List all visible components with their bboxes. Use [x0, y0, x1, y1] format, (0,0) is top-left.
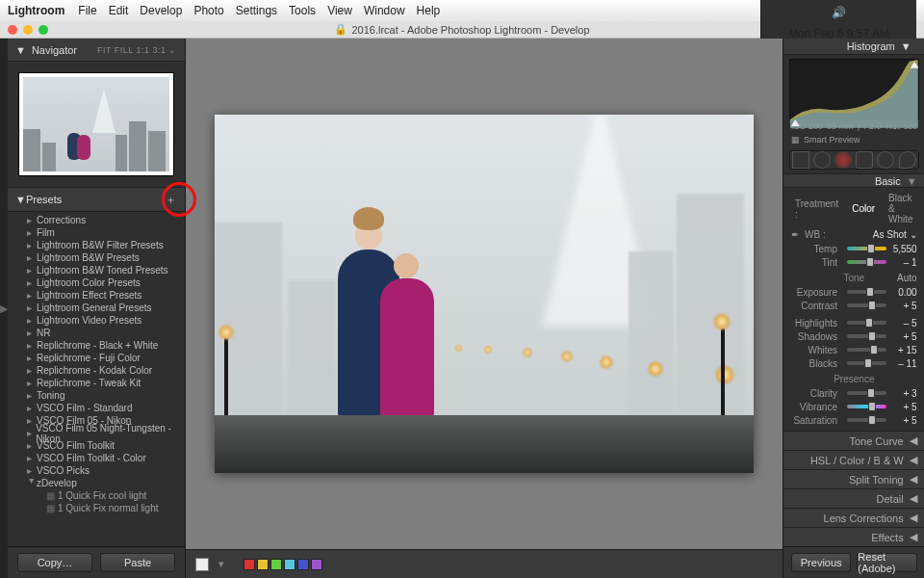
- preset-folder[interactable]: ▸Lightroom B&W Toned Presets: [8, 264, 185, 276]
- wb-label: WB :: [805, 229, 826, 240]
- disclosure-triangle-icon: ◀: [910, 531, 917, 543]
- navigator-zoom-modes[interactable]: FIT FILL 1:1 3:1 ⌄: [97, 45, 177, 55]
- panel-detail[interactable]: Detail◀: [783, 488, 924, 508]
- menu-settings[interactable]: Settings: [236, 4, 277, 17]
- disclosure-triangle-icon[interactable]: ▼: [901, 40, 911, 52]
- color-label[interactable]: [244, 559, 255, 570]
- minimize-window[interactable]: [23, 25, 33, 35]
- color-label[interactable]: [297, 559, 309, 570]
- mac-menubar: Lightroom FileEditDevelopPhotoSettingsTo…: [0, 0, 924, 21]
- histogram-header[interactable]: Histogram ▼: [783, 39, 924, 55]
- treatment-bw[interactable]: Black & White: [885, 192, 917, 225]
- menu-file[interactable]: File: [78, 4, 96, 17]
- gradient-tool[interactable]: [856, 151, 873, 169]
- menu-develop[interactable]: Develop: [140, 4, 182, 17]
- left-edge-grip[interactable]: ▶: [0, 39, 8, 578]
- eyedropper-icon[interactable]: ✒: [791, 229, 799, 240]
- presets-header[interactable]: ▼ Presets ＋: [8, 187, 185, 212]
- copy-settings-button[interactable]: Copy…: [17, 553, 92, 572]
- preset-folder[interactable]: ▸Lightroom B&W Filter Presets: [8, 239, 185, 251]
- menu-window[interactable]: Window: [364, 4, 405, 17]
- disclosure-triangle-icon: ◀: [910, 492, 917, 505]
- brush-tool[interactable]: [899, 151, 916, 169]
- slider-highlights[interactable]: Highlights– 5: [791, 316, 917, 329]
- color-label-swatches[interactable]: [244, 559, 322, 570]
- color-label[interactable]: [311, 559, 322, 570]
- navigator-header[interactable]: ▼ Navigator FIT FILL 1:1 3:1 ⌄: [8, 39, 185, 62]
- slider-blacks[interactable]: Blacks– 11: [791, 356, 917, 370]
- preset-folder[interactable]: ▸Replichrome - Black + White: [8, 339, 185, 352]
- close-window[interactable]: [8, 25, 17, 35]
- slider-contrast[interactable]: Contrast+ 5: [791, 299, 917, 312]
- flag-toggle[interactable]: [195, 558, 209, 571]
- navigator-preview[interactable]: [8, 62, 185, 187]
- volume-icon[interactable]: 🔊: [832, 6, 846, 19]
- treatment-color[interactable]: Color: [848, 202, 879, 215]
- add-preset-button[interactable]: ＋: [164, 193, 177, 206]
- preset-folder[interactable]: ▸Film: [8, 226, 185, 239]
- menu-photo[interactable]: Photo: [193, 4, 223, 17]
- slider-clarity[interactable]: Clarity+ 3: [791, 386, 917, 400]
- preset-folder[interactable]: ▸Replichrome - Kodak Color: [8, 364, 185, 377]
- panel-lens-corrections[interactable]: Lens Corrections◀: [783, 508, 924, 527]
- spot-tool[interactable]: [813, 151, 831, 169]
- preset-folder[interactable]: ▸Replichrome - Tweak Kit: [8, 377, 185, 389]
- slider-temp[interactable]: Temp5,550: [791, 242, 917, 255]
- redeye-tool[interactable]: [834, 151, 852, 169]
- develop-tool-strip[interactable]: [789, 150, 919, 170]
- apple-menu[interactable]: Lightroom: [8, 4, 64, 17]
- menu-help[interactable]: Help: [417, 4, 441, 17]
- slider-shadows[interactable]: Shadows+ 5: [791, 329, 917, 343]
- histogram-display[interactable]: [789, 59, 919, 119]
- preset-folder[interactable]: ▸Lightroom Effect Presets: [8, 289, 185, 302]
- panel-hsl-color-b-w[interactable]: HSL / Color / B & W◀: [783, 450, 924, 469]
- preset-folder[interactable]: ▸VSCO Picks: [8, 464, 185, 477]
- slider-whites[interactable]: Whites+ 15: [791, 343, 917, 356]
- preset-folder[interactable]: ▸VSCO Film - Standard: [8, 402, 185, 414]
- flag-dropdown-icon[interactable]: ▾: [218, 558, 224, 570]
- color-label[interactable]: [284, 559, 295, 570]
- slider-tint[interactable]: Tint– 1: [791, 255, 917, 269]
- preset-folder[interactable]: ▸NR: [8, 327, 185, 339]
- preset-folder[interactable]: ▸Toning: [8, 389, 185, 402]
- auto-tone-button[interactable]: Auto: [897, 273, 917, 283]
- preset-folder[interactable]: ▸VSCO Film Toolkit - Color: [8, 452, 185, 464]
- panel-split-toning[interactable]: Split Toning◀: [783, 469, 924, 488]
- previous-button[interactable]: Previous: [791, 553, 851, 572]
- preset-folder[interactable]: ▸Lightroom General Presets: [8, 302, 185, 314]
- preset-item[interactable]: ▦1 Quick Fix cool light: [8, 489, 185, 502]
- reset-button[interactable]: Reset (Adobe): [857, 553, 916, 572]
- panel-tone-curve[interactable]: Tone Curve◀: [783, 431, 924, 450]
- color-label[interactable]: [270, 559, 282, 570]
- wb-dropdown[interactable]: As Shot ⌄: [873, 229, 917, 240]
- preset-folder[interactable]: ▸Lightroom Video Presets: [8, 314, 185, 327]
- preset-folder[interactable]: ▸VSCO Film 05 Night-Tungsten - Nikon: [8, 427, 185, 439]
- disclosure-triangle-icon[interactable]: ▼: [15, 44, 26, 56]
- window-controls[interactable]: [8, 25, 48, 35]
- app-menus[interactable]: FileEditDevelopPhotoSettingsToolsViewWin…: [78, 4, 451, 17]
- disclosure-triangle-icon[interactable]: ▼: [907, 175, 917, 187]
- preset-folder[interactable]: ▸zDevelop: [8, 477, 185, 489]
- menu-edit[interactable]: Edit: [109, 4, 129, 17]
- menu-view[interactable]: View: [327, 4, 352, 17]
- zoom-window[interactable]: [38, 25, 48, 35]
- preset-folder[interactable]: ▸Lightroom B&W Presets: [8, 251, 185, 264]
- photo-preview[interactable]: [215, 115, 754, 473]
- preset-item[interactable]: ▦1 Quick Fix normal light: [8, 502, 185, 514]
- paste-settings-button[interactable]: Paste: [100, 553, 175, 572]
- preset-folder[interactable]: ▸Lightroom Color Presets: [8, 276, 185, 289]
- menu-tools[interactable]: Tools: [289, 4, 316, 17]
- presets-list[interactable]: ▸Corrections▸Film▸Lightroom B&W Filter P…: [8, 212, 185, 546]
- radial-tool[interactable]: [877, 151, 894, 169]
- slider-vibrance[interactable]: Vibrance+ 5: [791, 400, 917, 413]
- color-label[interactable]: [257, 559, 269, 570]
- preset-folder[interactable]: ▸Corrections: [8, 214, 185, 226]
- disclosure-triangle-icon[interactable]: ▼: [15, 194, 26, 205]
- slider-exposure[interactable]: Exposure0.00: [791, 285, 917, 299]
- crop-tool[interactable]: [792, 151, 809, 169]
- panel-effects[interactable]: Effects◀: [783, 527, 924, 546]
- basic-panel-header[interactable]: Basic ▼: [783, 173, 924, 188]
- slider-saturation[interactable]: Saturation+ 5: [791, 413, 917, 427]
- preset-folder[interactable]: ▸Replichrome - Fuji Color: [8, 352, 185, 364]
- file-icon: 🔒: [334, 23, 347, 36]
